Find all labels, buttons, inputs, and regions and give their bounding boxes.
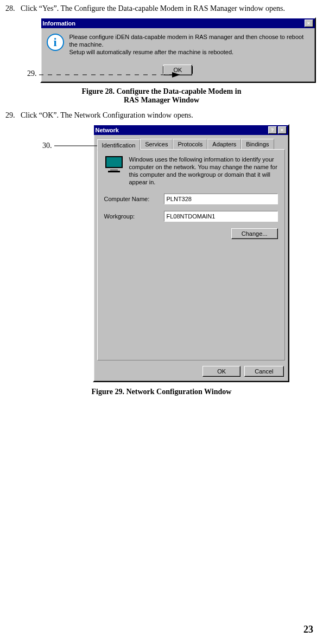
info-icon: i	[47, 34, 64, 51]
figure28-caption-line1: Figure 28. Configure the Data-capable Mo…	[5, 87, 318, 96]
computer-name-field[interactable]	[164, 194, 278, 204]
workgroup-label: Workgroup:	[104, 213, 164, 220]
tab-services[interactable]: Services	[140, 139, 173, 150]
step-29-text: Click “OK”. The Network Configuration wi…	[21, 111, 318, 120]
ok-button[interactable]: OK	[163, 65, 193, 75]
network-title-text: Network	[96, 127, 268, 133]
computer-name-row: Computer Name:	[104, 194, 278, 204]
tab-bindings[interactable]: Bindings	[241, 139, 274, 150]
network-titlebar: Network ? ×	[94, 125, 288, 135]
description-text: Windows uses the following information t…	[129, 156, 278, 186]
page-number: 23	[303, 624, 313, 635]
step-28-text: Click “Yes”. The Configure the Data-capa…	[21, 4, 318, 13]
information-window: Information × i Please configure iDEN da…	[40, 17, 316, 83]
tab-strip: Identification Services Protocols Adapte…	[94, 135, 288, 149]
description-row: Windows uses the following information t…	[104, 156, 278, 186]
ok-button[interactable]: OK	[202, 366, 240, 377]
close-icon[interactable]: ×	[305, 20, 313, 27]
step-28: 28. Click “Yes”. The Configure the Data-…	[5, 4, 318, 13]
close-icon[interactable]: ×	[278, 126, 287, 134]
tab-identification[interactable]: Identification	[97, 139, 141, 150]
network-window: Network ? × Identification Services Prot…	[93, 124, 289, 382]
figure28-caption-line2: RAS Manager Window	[5, 96, 318, 105]
computer-icon	[104, 156, 124, 172]
info-line1: Please configure iDEN data-capable modem…	[69, 34, 309, 49]
step-29-num: 29.	[5, 111, 21, 120]
help-icon[interactable]: ?	[268, 126, 277, 134]
dialog-button-row: OK Cancel	[94, 364, 288, 381]
change-button[interactable]: Change...	[231, 228, 278, 239]
callout-30-label: 30.	[42, 141, 52, 150]
callout-29-label: 29.	[27, 69, 37, 78]
tab-adapters[interactable]: Adapters	[207, 139, 241, 150]
ok-button-outline: OK	[163, 66, 193, 74]
info-message: Please configure iDEN data-capable modem…	[69, 34, 309, 56]
figure28-caption: Figure 28. Configure the Data-capable Mo…	[5, 87, 318, 105]
step-28-num: 28.	[5, 4, 21, 13]
info-title-text: Information	[43, 20, 305, 27]
computer-name-label: Computer Name:	[104, 196, 164, 202]
info-content: i Please configure iDEN data-capable mod…	[41, 28, 315, 61]
info-button-row: OK	[41, 61, 315, 82]
cancel-button[interactable]: Cancel	[244, 366, 283, 377]
tab-protocols[interactable]: Protocols	[173, 139, 207, 150]
workgroup-field[interactable]	[164, 211, 278, 222]
identification-panel: Windows uses the following information t…	[97, 149, 285, 360]
workgroup-row: Workgroup:	[104, 211, 278, 222]
info-titlebar: Information ×	[41, 18, 315, 28]
step-29: 29. Click “OK”. The Network Configuratio…	[5, 111, 318, 120]
figure29-caption: Figure 29. Network Configuration Window	[5, 388, 318, 396]
info-line2: Setup will automatically resume after th…	[69, 49, 309, 56]
